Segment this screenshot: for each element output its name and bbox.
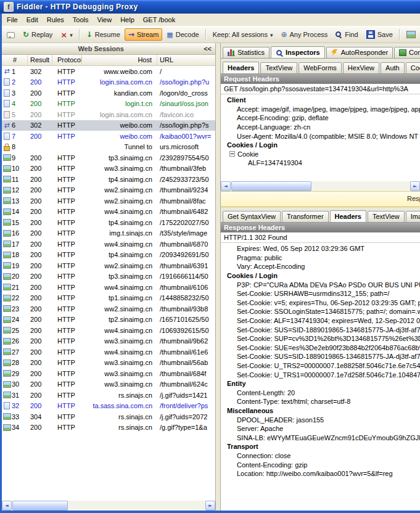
session-row[interactable]: 27 200 HTTP ww4.sinaimg.cn /thumbnail/61… [2, 347, 215, 358]
response-inspector-tab[interactable]: ImageView [406, 211, 420, 222]
request-header-line[interactable]: Accept-Language: zh-cn [221, 123, 420, 132]
panel-splitter[interactable] [216, 43, 220, 511]
response-header-line[interactable]: Transport [221, 442, 420, 451]
menu-item[interactable]: GET /book [139, 14, 179, 25]
session-row[interactable]: 12 200 HTTP ww2.sinaimg.cn /thumbnail/92… [2, 185, 215, 196]
session-row[interactable]: 17 200 HTTP ww4.sinaimg.cn /thumbnail/68… [2, 239, 215, 250]
session-row[interactable]: 33 304 HTTP rs.sinajs.cn /j.gif?uids=207… [2, 411, 215, 422]
response-header-line[interactable]: Pragma: public [221, 253, 420, 263]
session-row[interactable]: 24 200 HTTP tp2.sinaimg.cn /1657101625/5… [2, 314, 215, 326]
session-row[interactable]: 14 200 HTTP ww4.sinaimg.cn /thumbnail/64… [2, 207, 215, 218]
response-header-line[interactable]: Cookies / Login [221, 271, 420, 281]
save-button[interactable]: Save [363, 28, 397, 41]
response-header-line[interactable]: Content-Length: 20 [221, 388, 420, 398]
column-header-result[interactable]: Result [28, 55, 52, 65]
menu-item[interactable]: Help [116, 14, 139, 25]
menu-item[interactable]: View [93, 14, 117, 25]
column-header-protocol[interactable]: Protocol [52, 55, 82, 65]
session-row[interactable]: 31 200 HTTP rs.sinajs.cn /j.gif?uids=142… [2, 390, 215, 401]
collapse-panel-button[interactable]: << [200, 45, 215, 52]
menu-item[interactable]: File [2, 14, 22, 25]
session-row[interactable]: 21 200 HTTP ww4.sinaimg.cn /thumbnail/61… [2, 282, 215, 293]
session-row[interactable]: 8 Tunnel to urs.microsoft [2, 142, 215, 153]
response-header-line[interactable]: DPOOL_HEADER: jason155 [221, 415, 420, 424]
response-header-line[interactable]: Connection: close [221, 451, 420, 461]
response-header-line[interactable]: Server: Apache [221, 424, 420, 433]
main-tab[interactable]: AutoResponder [326, 47, 393, 58]
session-row[interactable]: 34 200 HTTP rs.sinajs.cn /g.gif?type=1&a [2, 422, 215, 433]
request-inspector-tab[interactable]: Cookies [406, 62, 420, 73]
request-inspector-tab[interactable]: TextView [260, 62, 297, 73]
replay-button[interactable]: Replay [19, 28, 56, 41]
column-header-number[interactable]: # [2, 55, 28, 65]
session-row[interactable]: 22 200 HTTP tp1.sinaimg.cn /1448858232/5… [2, 293, 215, 304]
session-row[interactable]: 30 200 HTTP ww3.sinaimg.cn /thumbnail/62… [2, 379, 215, 390]
request-header-line[interactable]: Cookie [221, 150, 420, 159]
request-hscrollbar[interactable]: ◄ ► [221, 181, 420, 191]
session-row[interactable]: 10 200 HTTP ww3.sinaimg.cn /thumbnail/3f… [2, 163, 215, 174]
response-header-line[interactable]: Set-Cookie: USRHAWB=usrmdins312_155; pat… [221, 289, 420, 298]
session-row[interactable]: 16 200 HTTP img.t.sinajs.cn /t35/style/i… [2, 228, 215, 239]
scroll-left-arrow-icon[interactable]: ◄ [2, 501, 12, 511]
response-header-line[interactable]: Set-Cookie: v=5; expires=Thu, 06-Sep-201… [221, 298, 420, 308]
response-inspector-tab[interactable]: Get SyntaxView [223, 211, 281, 222]
session-row[interactable]: 25 200 HTTP ww4.sinaimg.cn /1069392615/5… [2, 325, 215, 336]
resume-button[interactable]: Resume [83, 28, 124, 41]
response-header-line[interactable]: P3P: CP="CURa ADMa DEVa PSAo PSDo OUR BU… [221, 280, 420, 289]
request-inspector-tab[interactable]: WebForms [299, 62, 342, 73]
scrollbar-track[interactable] [12, 501, 205, 511]
request-header-line[interactable]: Client [221, 96, 420, 105]
session-row[interactable]: 11 200 HTTP tp4.sinaimg.cn /2452933723/5… [2, 174, 215, 185]
main-tab[interactable]: Composer [394, 47, 420, 58]
session-row[interactable]: 6 302 HTTP weibo.com /sso/login.php?s [2, 120, 215, 131]
session-row[interactable]: 20 200 HTTP tp3.sinaimg.cn /1916666114/5… [2, 271, 215, 282]
encoding-notice-bar[interactable]: Response is encoded and may need to be d… [221, 191, 420, 207]
request-header-line[interactable]: User-Agent: Mozilla/4.0 (compatible; MSI… [221, 131, 420, 141]
screenshot-button[interactable] [403, 28, 419, 41]
response-header-line[interactable]: Content-Encoding: gzip [221, 460, 420, 469]
request-header-line[interactable]: Cookies / Login [221, 141, 420, 150]
response-header-line[interactable]: Entity [221, 379, 420, 388]
comment-button[interactable] [3, 29, 19, 41]
request-inspector-tab[interactable]: Headers [223, 62, 259, 74]
response-header-line[interactable]: Set-Cookie: U_TRS1=00000007.1e7d258f.504… [221, 370, 420, 379]
main-tab[interactable]: Statistics [223, 47, 270, 58]
scroll-left-arrow-icon[interactable]: ◄ [221, 181, 231, 191]
session-row[interactable]: 26 200 HTTP ww3.sinaimg.cn /thumbnail/9b… [2, 336, 215, 347]
response-header-line[interactable]: SINA-LB: eWYyMTEuaGEueWZncm91cDEuYmoubG9… [221, 433, 420, 442]
sessions-hscrollbar[interactable]: ◄ ► [2, 501, 215, 511]
response-inspector-tab[interactable]: Transformer [282, 211, 329, 222]
response-header-line[interactable]: Set-Cookie: SSOLoginState=1346815775; pa… [221, 307, 420, 316]
collapse-expander-icon[interactable] [229, 151, 235, 157]
session-row[interactable]: 18 200 HTTP tp4.sinaimg.cn /2093492691/5… [2, 250, 215, 261]
menu-item[interactable]: Rules [43, 14, 68, 25]
stream-toggle-button[interactable]: Stream [125, 28, 163, 41]
response-header-line[interactable]: Expires: Wed, 05 Sep 2012 03:29:36 GMT [221, 244, 420, 253]
response-header-line[interactable]: Set-Cookie: ALF=1347419304; expires=Wed,… [221, 316, 420, 326]
response-header-line[interactable]: Location: http://weibo.com/kaibao001?wvr… [221, 469, 420, 478]
keep-sessions-dropdown[interactable]: Keep: All sessions [209, 28, 277, 41]
response-header-line[interactable]: Content-Type: text/html; charset=utf-8 [221, 397, 420, 406]
response-header-line[interactable]: Vary: Accept-Encoding [221, 262, 420, 271]
scrollbar-thumb[interactable] [231, 181, 311, 191]
session-row[interactable]: 32 200 HTTP ta.sass.sina.com.cn /front/d… [2, 401, 215, 412]
response-header-line[interactable]: Set-Cookie: SUS=SID-1889019865-134681577… [221, 352, 420, 361]
main-tab[interactable]: Inspectors [271, 46, 325, 59]
response-header-line[interactable]: Miscellaneous [221, 406, 420, 416]
column-header-host[interactable]: Host [82, 55, 157, 65]
session-row[interactable]: 3 200 HTTP kandian.com /logon/do_cross [2, 88, 215, 99]
request-header-line[interactable]: Accept: image/gif, image/jpeg, image/pjp… [221, 105, 420, 114]
session-row[interactable]: 1 302 HTTP www.weibo.com / [2, 66, 215, 77]
request-header-line[interactable]: ALF=1347419304 [221, 158, 420, 168]
session-row[interactable]: 13 200 HTTP ww2.sinaimg.cn /thumbnail/8f… [2, 195, 215, 207]
menu-item[interactable]: Tools [68, 14, 93, 25]
session-row[interactable]: 4 200 HTTP login.t.cn /sinaurl/oss.json [2, 99, 215, 110]
find-button[interactable]: Find [332, 28, 361, 41]
remove-button[interactable] [57, 28, 76, 41]
window-titlebar[interactable]: f Fiddler - HTTP Debugging Proxy [0, 0, 420, 14]
session-row[interactable]: 2 200 HTTP login.sina.com.cn /sso/login.… [2, 77, 215, 88]
decode-toggle-button[interactable]: Decode [163, 28, 202, 41]
request-header-line[interactable]: Accept-Encoding: gzip, deflate [221, 113, 420, 123]
session-row[interactable]: 15 200 HTTP tp4.sinaimg.cn /1752202027/5… [2, 217, 215, 228]
session-row[interactable]: 9 200 HTTP tp3.sinaimg.cn /2392897554/50 [2, 152, 215, 163]
